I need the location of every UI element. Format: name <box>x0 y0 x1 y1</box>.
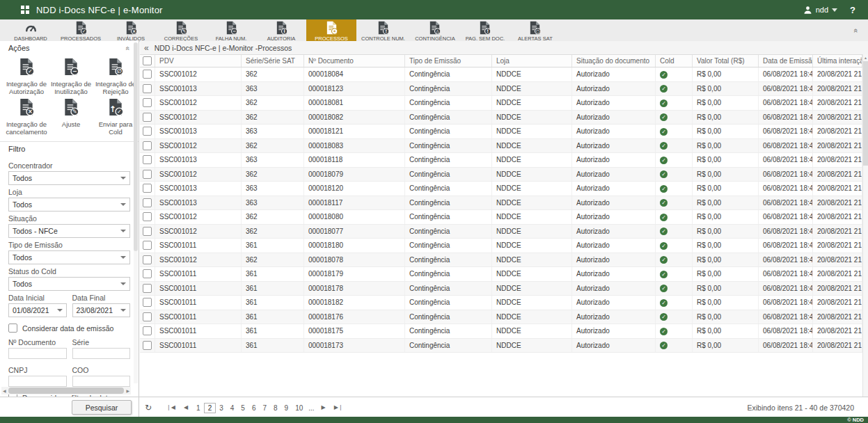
considerar-emissao-checkbox[interactable]: Considerar data de emissão <box>8 324 130 333</box>
column-header-cold[interactable]: Cold <box>656 55 693 67</box>
row-checkbox[interactable] <box>140 310 155 324</box>
tab-alertas-sat[interactable]: ○ALERTAS SAT <box>510 19 560 41</box>
table-row[interactable]: SSC001011361000018179ContingênciaNDDCEAu… <box>140 267 868 282</box>
action-integracao-de-rejeicao[interactable]: ∅Integração de Rejeição <box>93 56 138 97</box>
row-checkbox[interactable] <box>140 196 155 210</box>
page-button-7[interactable]: 7 <box>259 404 270 413</box>
column-header-ultima-interacao[interactable]: Última interação <box>813 55 862 67</box>
tab-correcoes[interactable]: ✎CORREÇÕES <box>156 19 206 41</box>
table-row[interactable]: SSC001011361000018180ContingênciaNDDCEAu… <box>140 239 868 253</box>
tab-pag-sem-doc[interactable]: !PAG. SEM DOC. <box>460 19 510 41</box>
action-integracao-de-autorizacao[interactable]: ✓Integração de Autorização <box>4 56 49 97</box>
row-checkbox[interactable] <box>140 96 155 110</box>
tab-processos[interactable]: *PROCESSOS <box>306 19 356 41</box>
row-checkbox[interactable] <box>140 296 155 310</box>
table-row[interactable]: SSC001011361000018176ContingênciaNDDCEAu… <box>140 310 868 325</box>
scroll-up-icon[interactable]: ▲ <box>863 54 868 60</box>
app-grid-icon[interactable] <box>21 6 29 14</box>
column-header-loja[interactable]: Loja <box>492 55 572 67</box>
page-button-5[interactable]: 5 <box>237 404 248 413</box>
column-header-n-documento[interactable]: Nº Documento <box>304 55 405 67</box>
page-button-1[interactable]: 1 <box>193 404 204 413</box>
row-checkbox[interactable] <box>140 67 155 81</box>
sidebar-scrollbar-vertical[interactable] <box>134 42 138 383</box>
status-cold-select[interactable]: Todos <box>8 277 130 291</box>
tab-contingencia[interactable]: △CONTINGÊNCIA <box>410 19 460 41</box>
data-inicial-picker[interactable]: 01/08/2021 <box>8 303 67 317</box>
help-button[interactable]: ? <box>850 5 855 15</box>
page-button-4[interactable]: 4 <box>227 404 238 413</box>
action-ajuste[interactable]: ✎Ajuste <box>49 97 93 137</box>
row-checkbox[interactable] <box>140 239 155 253</box>
scroll-left-icon[interactable]: ◀ <box>1 388 8 393</box>
column-header-valor-total-r[interactable]: Valor Total (R$) <box>693 55 759 67</box>
table-row[interactable]: SSC001012362000018081ContingênciaNDDCEAu… <box>140 96 868 111</box>
tipo-emissao-select[interactable]: Todos <box>8 250 130 264</box>
data-final-picker[interactable]: 23/08/2021 <box>72 303 131 317</box>
collapse-ribbon-icon[interactable]: « <box>852 28 860 32</box>
table-row[interactable]: SSC001013363000018118ContingênciaNDDCEAu… <box>140 153 868 168</box>
table-row[interactable]: SSC001012362000018079ContingênciaNDDCEAu… <box>140 168 868 182</box>
table-row[interactable]: SSC001013363000018121ContingênciaNDDCEAu… <box>140 125 868 139</box>
search-button[interactable]: Pesquisar <box>72 400 132 415</box>
scrollbar-thumb[interactable] <box>863 61 868 166</box>
row-checkbox[interactable] <box>140 282 155 296</box>
table-row[interactable]: SSC001012362000018083ContingênciaNDDCEAu… <box>140 139 868 154</box>
row-checkbox[interactable] <box>140 111 155 125</box>
action-integracao-de-inutilizacao[interactable]: −Integração de Inutilização <box>49 56 93 97</box>
scrollbar-thumb[interactable] <box>134 42 138 251</box>
table-row[interactable]: SSC001011361000018182ContingênciaNDDCEAu… <box>140 296 868 310</box>
table-row[interactable]: SSC001011361000018173ContingênciaNDDCEAu… <box>140 339 868 353</box>
next-page-button[interactable]: ▶ <box>318 403 329 412</box>
tab-falha-num[interactable]: −FALHA NUM. <box>206 19 256 41</box>
table-row[interactable]: SSC001012362000018077ContingênciaNDDCEAu… <box>140 225 868 239</box>
page-button-8[interactable]: 8 <box>270 404 281 413</box>
row-checkbox[interactable] <box>140 125 155 138</box>
row-checkbox[interactable] <box>140 153 155 167</box>
action-enviar-para-cold[interactable]: ↑✓Enviar para Cold <box>93 97 138 137</box>
row-checkbox[interactable] <box>140 210 155 224</box>
collapse-sidebar-icon[interactable]: « <box>144 43 149 53</box>
table-scrollbar-vertical[interactable]: ▲ <box>862 54 868 397</box>
coo-input[interactable] <box>72 376 131 387</box>
concentrador-select[interactable]: Todos <box>8 171 130 185</box>
tab-processados[interactable]: ✓PROCESSADOS <box>56 19 106 41</box>
cnpj-input[interactable] <box>8 376 67 387</box>
table-row[interactable]: SSC001013363000018123ContingênciaNDDCEAu… <box>140 82 868 97</box>
column-header-situacao-do-documento[interactable]: Situação do documento <box>572 55 656 67</box>
table-row[interactable]: SSC001012362000018078ContingênciaNDDCEAu… <box>140 253 868 268</box>
row-checkbox[interactable] <box>140 182 155 195</box>
table-row[interactable]: SSC001011361000018175ContingênciaNDDCEAu… <box>140 324 868 339</box>
row-checkbox[interactable] <box>140 168 155 182</box>
sidebar-scrollbar-horizontal[interactable]: ◀ ▶ <box>1 387 131 394</box>
action-integracao-de-cancelamento[interactable]: ×Integração de cancelamento <box>4 97 49 137</box>
first-page-button[interactable]: ❘◀ <box>163 403 179 412</box>
tab-dashboard[interactable]: DASHBOARD <box>6 19 56 41</box>
serie-input[interactable] <box>72 348 131 359</box>
table-row[interactable]: SSC001012362000018080ContingênciaNDDCEAu… <box>140 210 868 225</box>
table-row[interactable]: SSC001013363000018117ContingênciaNDDCEAu… <box>140 196 868 211</box>
tab-invalidos[interactable]: ×INVÁLIDOS <box>106 19 156 41</box>
loja-select[interactable]: Todos <box>8 198 130 212</box>
select-all-checkbox[interactable] <box>140 55 155 67</box>
table-row[interactable]: SSC001011361000018178ContingênciaNDDCEAu… <box>140 282 868 296</box>
scroll-right-icon[interactable]: ▶ <box>125 388 131 393</box>
table-row[interactable]: SSC001013363000018120ContingênciaNDDCEAu… <box>140 182 868 196</box>
row-checkbox[interactable] <box>140 82 155 96</box>
column-header-tipo-de-emissao[interactable]: Tipo de Emissão <box>405 55 492 67</box>
previous-page-button[interactable]: ◀ <box>180 403 191 412</box>
row-checkbox[interactable] <box>140 324 155 338</box>
column-header-serie-serie-sat[interactable]: Série/Série SAT <box>242 55 304 67</box>
user-menu[interactable]: ndd <box>803 6 837 15</box>
column-header-pdv[interactable]: PDV <box>155 55 242 67</box>
row-checkbox[interactable] <box>140 253 155 267</box>
refresh-icon[interactable]: ↻ <box>145 403 152 413</box>
page-button-3[interactable]: 3 <box>216 404 227 413</box>
row-checkbox[interactable] <box>140 139 155 153</box>
tab-controle-num[interactable]: !CONTROLE NUM. <box>356 19 410 41</box>
scrollbar-thumb[interactable] <box>8 388 125 394</box>
tab-auditoria[interactable]: iAUDITORIA <box>256 19 306 41</box>
page-button-2[interactable]: 2 <box>204 403 216 413</box>
last-page-button[interactable]: ▶❘ <box>331 403 347 412</box>
column-header-data-de-emissao[interactable]: Data de Emissão <box>759 55 813 67</box>
